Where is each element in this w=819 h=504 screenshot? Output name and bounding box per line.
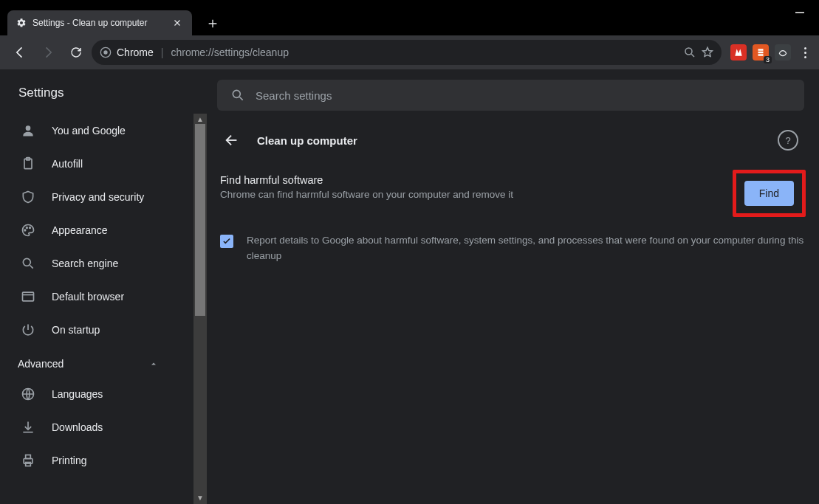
page-back-button[interactable] (222, 130, 242, 151)
tab-strip: Settings - Clean up computer (0, 6, 819, 35)
chrome-icon (99, 46, 112, 59)
browser-toolbar: Chrome | chrome://settings/cleanup 3 (0, 35, 819, 69)
svg-rect-10 (23, 292, 34, 301)
sidebar-item-printing[interactable]: Printing (0, 443, 193, 477)
svg-rect-13 (26, 455, 31, 458)
nav-forward-button[interactable] (35, 40, 61, 65)
sidebar-item-label: Printing (52, 455, 86, 466)
palette-icon (21, 223, 35, 238)
svg-point-7 (27, 227, 28, 228)
omnibox-scheme: Chrome (117, 46, 154, 58)
sidebar-item-default-browser[interactable]: Default browser (0, 280, 193, 313)
sidebar-advanced-toggle[interactable]: Advanced (0, 346, 193, 377)
sidebar-item-label: On startup (52, 324, 100, 336)
settings-main: Search settings Clean up computer ? Find… (207, 69, 819, 504)
sidebar-item-label: Search engine (52, 258, 118, 269)
sidebar-item-you-and-google[interactable]: You and Google (0, 114, 193, 147)
gear-icon (16, 18, 27, 28)
sidebar-item-downloads[interactable]: Downloads (0, 410, 193, 443)
power-icon (21, 322, 35, 337)
sidebar-scrollbar[interactable]: ▲ ▼ (193, 114, 207, 504)
svg-point-9 (23, 258, 30, 266)
sidebar-item-privacy[interactable]: Privacy and security (0, 180, 193, 213)
clipboard-icon (21, 156, 35, 171)
search-icon (21, 256, 35, 271)
sidebar-item-label: Downloads (52, 421, 103, 433)
advanced-label: Advanced (18, 358, 64, 370)
settings-sidebar: Settings You and Google Autofill (0, 69, 207, 504)
window-minimize-button[interactable] (795, 12, 804, 13)
window-titlebar (0, 0, 819, 6)
scrollbar-thumb[interactable] (195, 124, 205, 316)
zoom-icon[interactable] (683, 46, 696, 59)
find-button[interactable]: Find (744, 181, 794, 206)
chevron-up-icon (149, 359, 158, 368)
extension-badge: 3 (764, 56, 772, 63)
globe-icon (21, 387, 35, 401)
person-icon (21, 123, 35, 138)
sidebar-item-label: Default browser (52, 291, 124, 303)
extension-icons: 3 (730, 44, 791, 61)
svg-point-15 (233, 90, 240, 97)
shield-icon (21, 190, 35, 204)
extension-3-icon[interactable] (775, 44, 791, 61)
question-icon: ? (785, 135, 790, 146)
scroll-down-icon[interactable]: ▼ (196, 494, 205, 503)
page-title: Clean up computer (257, 134, 763, 147)
svg-point-3 (26, 125, 31, 131)
search-icon (230, 88, 245, 103)
sidebar-item-languages[interactable]: Languages (0, 377, 193, 410)
sidebar-item-search-engine[interactable]: Search engine (0, 246, 193, 280)
extension-2-icon[interactable]: 3 (753, 44, 769, 61)
find-heading: Find harmful software (220, 174, 719, 186)
omnibox-url: chrome://settings/cleanup (171, 46, 289, 58)
download-icon (21, 420, 35, 435)
omnibox[interactable]: Chrome | chrome://settings/cleanup (92, 40, 722, 65)
printer-icon (21, 453, 35, 468)
report-label: Report details to Google about harmful s… (247, 233, 806, 264)
find-description: Chrome can find harmful software on your… (220, 189, 719, 200)
nav-back-button[interactable] (7, 40, 32, 65)
find-button-highlight: Find (733, 170, 806, 217)
browser-tab[interactable]: Settings - Clean up computer (7, 10, 192, 35)
nav-reload-button[interactable] (64, 40, 89, 65)
svg-point-8 (30, 227, 31, 228)
help-button[interactable]: ? (778, 130, 798, 151)
scroll-up-icon[interactable]: ▲ (196, 115, 205, 124)
sidebar-item-label: Appearance (52, 224, 108, 236)
sidebar-item-appearance[interactable]: Appearance (0, 213, 193, 246)
sidebar-item-on-startup[interactable]: On startup (0, 313, 193, 346)
bookmark-star-icon[interactable] (701, 46, 714, 59)
settings-app: Settings You and Google Autofill (0, 69, 819, 504)
sidebar-item-label: Autofill (52, 158, 83, 170)
browser-icon (21, 289, 35, 304)
report-checkbox[interactable] (220, 235, 233, 248)
sidebar-item-label: Languages (52, 388, 103, 400)
sidebar-item-autofill[interactable]: Autofill (0, 147, 193, 180)
tab-title: Settings - Clean up computer (32, 18, 147, 28)
browser-menu-button[interactable] (798, 47, 812, 58)
new-tab-button[interactable] (202, 13, 223, 34)
tab-close-button[interactable] (171, 17, 183, 29)
sidebar-title: Settings (0, 69, 207, 114)
svg-point-6 (24, 229, 26, 231)
sidebar-item-label: You and Google (52, 125, 126, 137)
search-placeholder: Search settings (256, 89, 332, 102)
extension-1-icon[interactable] (730, 44, 747, 61)
omnibox-separator: | (161, 46, 164, 58)
svg-point-2 (685, 48, 692, 55)
settings-search-input[interactable]: Search settings (217, 80, 804, 111)
svg-point-1 (103, 50, 107, 54)
sidebar-item-label: Privacy and security (52, 191, 144, 203)
